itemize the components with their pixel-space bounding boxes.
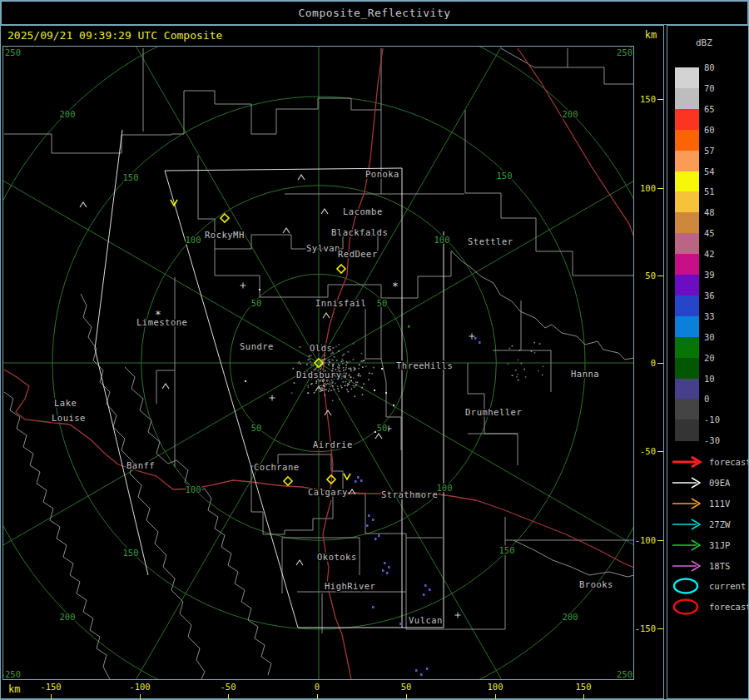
asterisk-marker-icon: * — [392, 280, 399, 292]
weak-echo-dot — [423, 593, 425, 596]
dbz-scale-label: 57 — [704, 146, 737, 156]
city-label-okotoks: Okotoks — [317, 552, 357, 562]
dbz-scale-label: 10 — [704, 374, 737, 384]
legend-label: 09EA — [709, 478, 730, 488]
weak-echo-dot — [368, 514, 370, 517]
legend-label: current — [709, 581, 746, 591]
city-label-calgary: Calgary — [308, 487, 348, 497]
boundary-line — [493, 300, 551, 392]
city-label-olds: Olds — [310, 343, 332, 353]
caret-marker-icon — [325, 410, 331, 415]
bottom-axis-tick — [495, 694, 496, 700]
green-echo-dot — [408, 325, 410, 328]
dbz-scale-label: 60 — [704, 125, 737, 135]
dbz-scale-label: -30 — [704, 435, 737, 445]
dbz-swatch — [675, 379, 699, 400]
bottom-axis-tick — [228, 694, 229, 700]
weak-echo-dot — [378, 534, 380, 537]
weak-echo-dot — [426, 668, 429, 670]
18TS-arrow-icon — [672, 556, 703, 576]
dbz-scale-label: 30 — [704, 332, 737, 342]
weak-echo-dot — [420, 673, 423, 676]
dbz-swatch — [675, 191, 699, 212]
weak-echo-dot — [357, 476, 360, 479]
plus-marker-icon — [270, 395, 275, 401]
city-label-drumheller: Drumheller — [465, 407, 522, 417]
city-label-brooks: Brooks — [579, 579, 613, 589]
white-dot-marker — [393, 405, 394, 406]
vee-marker-icon — [344, 474, 350, 479]
dbz-scale-label: 42 — [704, 249, 737, 259]
window-title: Composite_Reflectivity — [298, 7, 450, 19]
echo-cluster — [508, 342, 544, 381]
dbz-swatch — [675, 295, 699, 316]
range-ring-label: 200 — [563, 109, 578, 119]
legend-item-current-6: current — [672, 576, 746, 596]
right-axis-tick-label: 150 — [634, 94, 656, 104]
title-bar: Composite_Reflectivity — [1, 1, 748, 25]
city-label-didsbury: Didsbury — [296, 370, 342, 380]
bottom-axis-tick — [51, 694, 52, 700]
city-label-limestone: Limestone — [136, 317, 187, 327]
range-ring-label: 150 — [123, 548, 139, 558]
boundary-line — [451, 251, 633, 360]
caret-marker-icon — [296, 560, 303, 565]
radar-viewer-window: Composite_Reflectivity 2025/09/21 09:39:… — [0, 0, 749, 700]
caret-marker-icon — [162, 384, 169, 389]
weak-echo-dot — [374, 538, 377, 540]
range-ring-label: 100 — [437, 483, 453, 493]
dbz-unit-label: dBZ — [696, 37, 712, 48]
legend-item-18TS-5: 18TS — [672, 556, 730, 576]
dbz-swatch — [675, 130, 699, 151]
range-ring-label: 150 — [499, 545, 515, 555]
weak-echo-dot — [429, 588, 431, 591]
dbz-swatch — [675, 358, 699, 379]
range-ring-label: 50 — [251, 423, 262, 433]
current-ellipse-icon — [672, 576, 703, 596]
weak-echo-dot — [372, 606, 374, 608]
timestamp-label: 2025/09/21 09:39:29 UTC Composite — [7, 29, 222, 42]
range-ring-label: 250 — [617, 47, 632, 57]
bottom-axis-tick-label: 0 — [315, 682, 320, 692]
plus-marker-icon — [241, 283, 246, 289]
city-label-sundre: Sundre — [240, 341, 274, 351]
legend-label: 111V — [709, 499, 730, 509]
dbz-swatch — [675, 151, 699, 171]
legend-item-09EA-1: 09EA — [672, 473, 730, 493]
city-label-innisfail: Innisfail — [315, 298, 366, 308]
right-axis: 150100500-50-100-150 — [634, 47, 664, 679]
right-axis-tick-label: -100 — [634, 535, 656, 545]
city-label-blackfalds: Blackfalds — [331, 227, 388, 237]
legend-item-forecast-7: forecast — [672, 597, 749, 617]
09EA-arrow-icon — [672, 473, 703, 493]
dbz-swatch — [675, 212, 699, 233]
bottom-axis-tick — [583, 694, 584, 700]
right-axis-tick-label: -150 — [634, 623, 656, 633]
bottom-axis-tick — [406, 694, 407, 700]
right-axis-tick — [657, 628, 663, 629]
range-ring-label: 200 — [60, 612, 76, 622]
31JP-arrow-icon — [672, 535, 703, 555]
city-label-lacombe: Lacombe — [343, 206, 383, 216]
legend-item-111V-2: 111V — [672, 494, 730, 514]
city-label-airdrie: Airdrie — [313, 439, 353, 449]
bottom-axis-tick-label: 150 — [576, 682, 592, 692]
right-axis-tick-label: 100 — [634, 183, 656, 193]
highway-line — [323, 48, 383, 499]
range-ring-label: 50 — [377, 423, 388, 433]
right-axis-tick — [657, 99, 663, 100]
bottom-axis-unit-label: km — [8, 683, 20, 695]
plus-marker-icon — [469, 334, 475, 340]
dbz-swatch — [675, 233, 699, 254]
range-ring-label: 250 — [617, 669, 632, 679]
radar-map[interactable]: **25025025025020020020020015015015015010… — [3, 47, 633, 679]
right-axis-tick-label: 50 — [634, 271, 656, 280]
range-ring-label: 150 — [497, 171, 513, 181]
legend-label: forecast — [709, 602, 749, 612]
dbz-scale-label: 51 — [704, 186, 737, 196]
bottom-axis: km -150-100-50050100150 — [2, 681, 633, 700]
weak-echo-dot — [388, 566, 390, 568]
dbz-swatch — [675, 316, 699, 337]
weak-echo-dot — [399, 623, 402, 625]
weak-echo-dot — [366, 524, 369, 527]
